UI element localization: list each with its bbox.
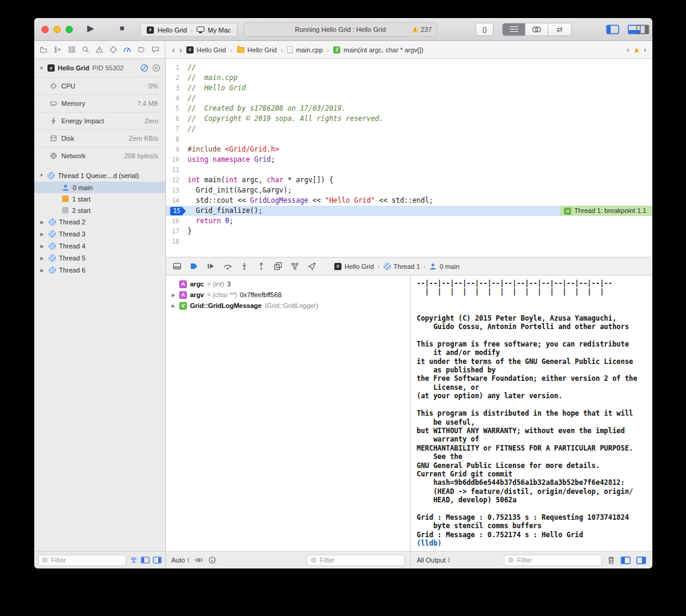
disclosure-closed-icon[interactable]: ▶ [40,220,46,225]
line-number[interactable]: 18 [166,236,188,247]
step-into-icon[interactable] [239,261,250,271]
line-number[interactable]: 7 [166,124,188,134]
minimize-window-button[interactable] [54,26,61,33]
find-navigator-icon[interactable] [81,45,90,54]
next-issue-button[interactable]: › [644,46,646,54]
line-number[interactable]: 11 [166,165,188,175]
run-button[interactable]: ▶ [87,23,94,34]
code-line[interactable]: 15 Grid_finalize();≡Thread 1: breakpoint… [166,206,652,216]
gauge-row[interactable]: Network208 bytes/s [34,147,165,164]
toggle-console-pane-icon[interactable] [636,556,646,564]
filter-field[interactable] [307,555,405,566]
variable-row[interactable]: ▶VGrid::GridLogMessage(Grid::GridLogger) [166,300,410,311]
debug-navigator-icon[interactable] [123,45,132,54]
line-number[interactable]: 13 [166,185,188,196]
breadcrumb-group[interactable]: Hello Grid [237,46,277,54]
stack-frame-row[interactable]: 2 start [34,205,165,216]
variables-view[interactable]: Aargc= (int)3▶Aargv= (char **)0x7ffeefbf… [166,276,410,551]
zoom-window-button[interactable] [66,26,73,33]
code-line[interactable]: 7// [166,124,652,134]
standard-editor-button[interactable] [503,23,525,35]
assistant-editor-button[interactable] [525,23,548,35]
disclosure-closed-icon[interactable]: ▶ [171,303,176,309]
info-icon[interactable] [209,556,216,564]
activity-viewer[interactable]: Running Hello Grid : Hello Grid 237 [243,22,437,37]
disclosure-closed-icon[interactable]: ▶ [40,268,46,273]
toggle-variables-pane-icon[interactable] [620,556,631,564]
code-line[interactable]: 18 [166,236,652,247]
thread-row[interactable]: ▶Thread 6 [34,264,165,276]
gauge-row[interactable]: Memory7.4 MB [34,94,165,112]
flatten-frames-icon[interactable] [130,556,138,564]
breadcrumb-symbol[interactable]: f main(int argc, char * argv[]) [333,46,423,54]
line-number[interactable]: 6 [166,114,188,124]
pause-process-icon[interactable] [152,64,161,72]
console-view[interactable]: --|--|--|--|--|--|--|--|--|--|--|--|--|-… [410,276,652,551]
code-line[interactable]: 12int main(int argc, char * argv[]) { [166,175,652,185]
thread-row[interactable]: ▶Thread 5 [34,252,165,264]
step-out-icon[interactable] [256,261,266,271]
project-navigator-icon[interactable] [39,45,48,54]
line-number[interactable]: 17 [166,226,188,236]
stack-frame-row[interactable]: 1 start [34,193,165,205]
source-control-navigator-icon[interactable] [53,45,62,54]
line-number[interactable]: 2 [166,73,188,83]
forward-button[interactable]: › [179,45,182,54]
warning-counter[interactable]: 237 [412,23,432,36]
line-number[interactable]: 12 [166,175,188,185]
console-output[interactable]: --|--|--|--|--|--|--|--|--|--|--|--|--|-… [411,276,652,548]
breadcrumb-file[interactable]: main.cpp [287,46,323,54]
line-number[interactable]: 8 [166,134,188,144]
source-editor[interactable]: 1//2// main.cpp3// Hello Grid4//5// Crea… [166,59,652,257]
code-line[interactable]: 11 [166,165,652,175]
disclosure-closed-icon[interactable]: ▶ [40,256,46,261]
view-mode-left-icon[interactable] [141,556,150,564]
thread-row[interactable]: ▶Thread 3 [34,228,165,240]
code-line[interactable]: 17} [166,226,652,236]
breakpoint-badge[interactable]: 15 [170,207,186,215]
code-line[interactable]: 16 return 0; [166,216,652,226]
previous-issue-button[interactable]: ‹ [626,46,629,54]
code-line[interactable]: 14 std::cout << GridLogMessage << "Hello… [166,196,652,206]
breakpoint-annotation[interactable]: ≡Thread 1: breakpoint 1.1 [560,206,652,216]
filter-input[interactable] [50,556,122,564]
hide-debug-area-icon[interactable] [172,261,182,271]
symbol-navigator-icon[interactable] [67,45,76,54]
line-number[interactable]: 1 [166,63,188,73]
process-row[interactable]: ▼ # Hello Grid PID 55302 [34,59,165,77]
line-number[interactable]: 15 [166,206,188,216]
disclosure-open-icon[interactable]: ▼ [39,66,44,71]
gauge-row[interactable]: CPU0% [34,77,165,94]
gauge-row[interactable]: DiskZero KB/s [34,129,165,147]
code-line[interactable]: 8 [166,134,652,144]
stop-button[interactable]: ■ [120,23,124,32]
filter-input[interactable] [516,556,598,564]
debug-breadcrumb-thread[interactable]: Thread 1 [384,263,420,270]
variables-scope-popup[interactable]: Auto ▴▾ [171,556,189,564]
code-line[interactable]: 2// main.cpp [166,73,652,83]
line-number[interactable]: 10 [166,155,188,165]
console-output-popup[interactable]: All Output ▴▾ [417,556,450,564]
stack-frame-row[interactable]: 0 main [34,182,165,193]
close-window-button[interactable] [41,26,49,33]
breadcrumb-project[interactable]: # Hello Grid [186,46,226,54]
thread-row[interactable]: ▶Thread 2 [34,216,165,228]
disclosure-closed-icon[interactable]: ▶ [40,244,46,249]
breakpoints-toggle-icon[interactable] [189,261,199,271]
line-number[interactable]: 3 [166,83,188,93]
gauge-row[interactable]: Energy ImpactZero [34,112,165,129]
step-over-icon[interactable] [222,261,233,271]
breakpoint-navigator-icon[interactable] [137,45,146,54]
debug-breadcrumb-frame[interactable]: 0 main [429,263,459,270]
filter-field[interactable] [38,555,126,566]
filter-input[interactable] [319,556,400,564]
code-line[interactable]: 6// Copyright © 2019 sopa. All rights re… [166,114,652,124]
disclosure-closed-icon[interactable]: ▶ [171,292,176,298]
quicklook-eye-icon[interactable] [195,557,203,563]
code-line[interactable]: 3// Hello Grid [166,83,652,93]
toggle-utilities-button[interactable] [635,24,650,34]
view-hierarchy-icon[interactable] [273,261,283,271]
line-number[interactable]: 4 [166,93,188,103]
line-number[interactable]: 14 [166,196,188,206]
braces-button[interactable]: {} [476,23,494,36]
